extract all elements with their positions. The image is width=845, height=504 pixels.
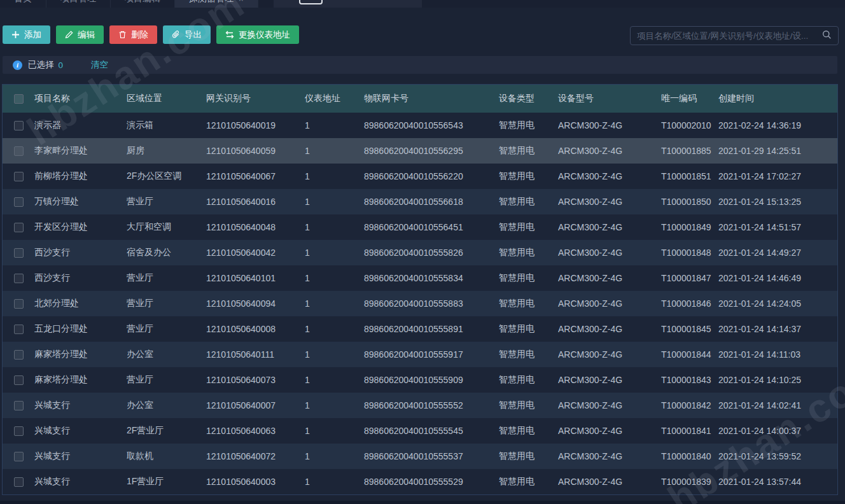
table-row[interactable]: 兴城支行2F营业厅1210105064006318986062004001055… [3, 418, 837, 444]
cell-meter-address: 1 [305, 273, 364, 283]
cell-gateway-id: 12101050640042 [206, 248, 305, 258]
cell-gateway-id: 12101050640059 [206, 146, 305, 156]
plus-icon [11, 31, 20, 39]
table-row[interactable]: 北郊分理处营业厅12101050640094189860620040010555… [3, 291, 837, 316]
cell-unique-code: T100001843 [661, 375, 718, 385]
cell-project-name: 开发区分理处 [34, 221, 127, 233]
button-label: 添加 [24, 29, 41, 41]
cell-project-name: 西沙支行 [34, 272, 127, 284]
change-meter-address-button[interactable]: 更换仪表地址 [216, 25, 299, 44]
cell-meter-address: 1 [305, 248, 364, 258]
selected-count: 0 [59, 60, 64, 70]
row-checkbox[interactable] [14, 375, 24, 385]
cell-project-name: 麻家塔分理处 [34, 374, 127, 386]
table-row[interactable]: 万镇分理处营业厅12101050640016189860620040010556… [3, 189, 837, 214]
search-input[interactable] [637, 31, 822, 41]
detector-table: 项目名称区域位置网关识别号仪表地址物联网卡号设备类型设备型号唯一编码创建时间 演… [2, 84, 838, 495]
info-icon: i [13, 60, 22, 70]
table-row[interactable]: 五龙口分理处营业厅1210105064000818986062004001055… [3, 316, 837, 342]
table-row[interactable]: 麻家塔分理处营业厅1210105064007318986062004001055… [3, 367, 837, 393]
search-icon[interactable] [822, 30, 832, 42]
column-header-meter-address: 仪表地址 [305, 93, 364, 104]
table-row[interactable]: 西沙支行宿舍及办公1210105064004218986062004001055… [3, 240, 837, 265]
cell-unique-code: T100001846 [661, 298, 718, 309]
table-row[interactable]: 开发区分理处大厅和空调12101050640048189860620040010… [3, 214, 837, 240]
cell-device-type: 智慧用电 [499, 171, 558, 182]
cell-area-location: 营业厅 [127, 323, 206, 335]
row-checkbox[interactable] [14, 299, 24, 309]
row-checkbox[interactable] [14, 121, 24, 130]
cell-area-location: 办公室 [127, 400, 206, 411]
cell-unique-code: T100001848 [661, 248, 718, 258]
table-row[interactable]: 西沙支行营业厅121010506401011898606200400105558… [3, 265, 837, 291]
clear-selection-link[interactable]: 清空 [91, 59, 108, 71]
cell-device-type: 智慧用电 [499, 298, 558, 309]
pencil-icon [65, 31, 73, 39]
tab-detector-management[interactable]: 探测器管理 × [175, 0, 258, 8]
row-checkbox[interactable] [14, 197, 24, 207]
row-checkbox[interactable] [14, 274, 24, 283]
cell-unique-code: T100001849 [661, 222, 718, 232]
cell-meter-address: 1 [305, 324, 364, 334]
cell-iot-card-number: 89860620040010556543 [364, 120, 499, 130]
row-checkbox[interactable] [14, 325, 24, 334]
export-button[interactable]: 导出 [163, 25, 211, 44]
row-checkbox[interactable] [14, 146, 24, 156]
cell-created-time: 2021-01-24 14:49:27 [718, 248, 837, 258]
cell-created-time: 2021-01-24 14:51:57 [718, 222, 837, 232]
row-checkbox[interactable] [14, 248, 24, 258]
cell-project-name: 兴城支行 [34, 451, 127, 462]
table-row[interactable]: 兴城支行取款机121010506400721898606200400105555… [3, 444, 837, 469]
row-checkbox[interactable] [14, 452, 24, 461]
row-checkbox[interactable] [14, 172, 24, 181]
cell-created-time: 2021-01-24 14:11:03 [718, 349, 837, 360]
row-checkbox[interactable] [14, 223, 24, 232]
table-row[interactable]: 兴城支行办公室121010506400071898606200400105555… [3, 393, 837, 418]
cell-device-model: ARCM300-Z-4G [558, 197, 661, 207]
cell-device-type: 智慧用电 [499, 145, 558, 157]
row-checkbox[interactable] [14, 426, 24, 436]
cell-device-type: 智慧用电 [499, 349, 558, 360]
table-row[interactable]: 李家畔分理处厨房12101050640059189860620040010556… [3, 138, 837, 164]
cell-device-type: 智慧用电 [499, 425, 558, 437]
cell-gateway-id: 12101050640019 [206, 120, 305, 130]
cutoff-panel [274, 0, 422, 8]
cell-meter-address: 1 [305, 197, 364, 207]
table-row[interactable]: 前柳塔分理处2F办公区空调121010506400671898606200400… [3, 164, 837, 189]
cell-device-type: 智慧用电 [499, 400, 558, 411]
swap-arrows-icon [225, 31, 234, 39]
cell-gateway-id: 12101050640072 [206, 451, 305, 461]
add-button[interactable]: 添加 [3, 25, 50, 44]
tab-label: 首页 [14, 0, 32, 4]
cell-unique-code: T100001885 [661, 146, 718, 156]
cell-created-time: 2021-01-24 14:46:49 [718, 273, 837, 283]
row-checkbox[interactable] [14, 401, 24, 410]
cell-iot-card-number: 89860620040010556295 [364, 146, 499, 156]
row-checkbox[interactable] [14, 477, 24, 487]
paperclip-icon [172, 31, 180, 39]
cell-unique-code: T100001845 [661, 324, 718, 334]
tab-close-icon[interactable]: × [239, 0, 244, 4]
cell-area-location: 2F办公区空调 [127, 171, 206, 182]
edit-button[interactable]: 编辑 [56, 25, 104, 44]
tab-home[interactable]: 首页 [0, 0, 46, 8]
cell-device-type: 智慧用电 [499, 120, 558, 131]
tab-project-edit[interactable]: 项目编辑 [111, 0, 175, 8]
selection-bar: i 已选择 0 清空 [3, 56, 837, 74]
cell-meter-address: 1 [305, 400, 364, 410]
row-checkbox[interactable] [14, 350, 24, 360]
tab-project-management[interactable]: 项目管理 [46, 0, 111, 8]
table-row[interactable]: 麻家塔分理处办公室1210105064011118986062004001055… [3, 342, 837, 367]
table-row[interactable]: 兴城支行1F营业厅1210105064000318986062004001055… [3, 469, 837, 494]
cell-gateway-id: 12101050640016 [206, 197, 305, 207]
toolbar: 添加 编辑 删除 导出 更换仪表地址 [3, 25, 299, 44]
cell-device-type: 智慧用电 [499, 247, 558, 258]
cell-project-name: 前柳塔分理处 [34, 171, 127, 182]
table-row[interactable]: 演示器演示箱1210105064001918986062004001055654… [3, 113, 837, 138]
select-all-checkbox[interactable] [14, 94, 24, 104]
cell-gateway-id: 12101050640073 [206, 375, 305, 385]
cell-created-time: 2021-01-24 17:02:27 [718, 171, 837, 181]
cell-device-model: ARCM300-Z-4G [558, 171, 661, 181]
delete-button[interactable]: 删除 [109, 25, 157, 44]
cell-device-model: ARCM300-Z-4G [558, 120, 661, 130]
